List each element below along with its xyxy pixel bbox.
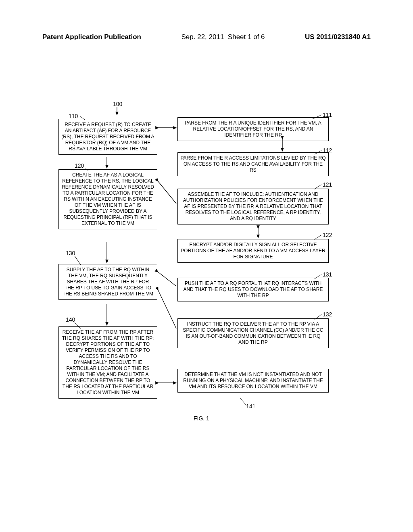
label-121: 121 [323,181,332,188]
flowchart-figure: 100 110 111 112 120 121 122 130 131 132 … [0,103,413,482]
publication-type: Patent Application Publication [42,33,141,41]
box-122: ENCRYPT AND/OR DIGITALLY SIGN ALL OR SEL… [177,239,329,263]
box-120: CREATE THE AF AS A LOGICAL REFERENCE TO … [58,169,157,229]
svg-line-18 [158,181,176,204]
svg-line-19 [158,272,176,286]
box-111: PARSE FROM THE R A UNIQUE IDENTIFIER FOR… [177,117,329,141]
label-120: 120 [75,162,84,169]
label-140: 140 [66,316,75,323]
label-131: 131 [323,271,332,278]
publication-date: Sep. 22, 2011 [181,33,224,41]
box-121: ASSEMBLE THE AF TO INCLUDE: AUTHENTICATI… [177,189,329,224]
svg-line-20 [158,290,176,328]
box-112: PARSE FROM THE R ACCESS LIMITATIONS LEVI… [177,152,329,176]
box-131: PUSH THE AF TO A RQ PORTAL THAT RQ INTER… [177,278,329,301]
publication-number: US 2011/0231840 A1 [305,33,371,41]
box-140: RECEIVE THE AF FROM THE RP AFTER THE RQ … [58,326,157,399]
sheet-number: Sheet 1 of 6 [228,33,265,41]
label-110: 110 [69,113,78,119]
page-header: Patent Application Publication Sep. 22, … [0,33,413,41]
box-110: RECEIVE A REQUEST (R) TO CREATE AN ARTIF… [58,119,157,155]
label-141: 141 [246,403,255,409]
label-100: 100 [113,101,122,107]
label-122: 122 [323,232,332,238]
figure-caption: FIG. 1 [194,415,209,422]
svg-line-11 [240,398,246,405]
box-141: DETERMINE THAT THE VM IS NOT INSTANTIATE… [177,369,329,393]
publication-date-sheet: Sep. 22, 2011 Sheet 1 of 6 [181,33,265,41]
box-130: SUPPLY THE AF TO THE RQ WITHIN THE VM, T… [58,264,157,300]
label-132: 132 [323,311,332,318]
label-130: 130 [66,250,75,256]
box-132: INSTRUCT THE RQ TO DELIVER THE AF TO THE… [177,318,329,348]
svg-line-9 [75,256,81,265]
